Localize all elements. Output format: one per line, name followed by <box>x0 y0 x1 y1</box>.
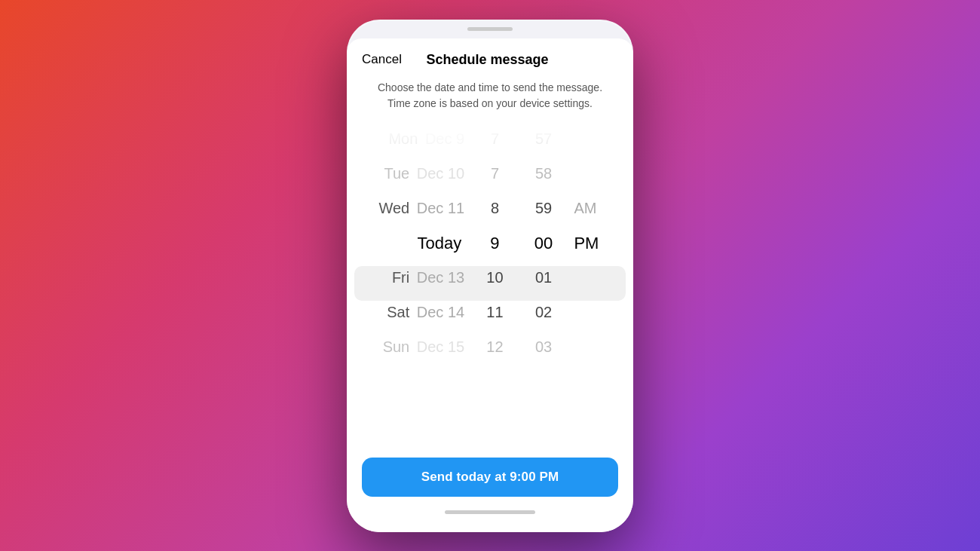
send-button-area: Send today at 9:00 PM <box>347 445 633 504</box>
day-name-sun: Sun <box>383 338 414 355</box>
day-name-wed: Wed <box>378 200 413 216</box>
day-date-fri: Dec 13 <box>417 269 464 286</box>
col-day-mon: Mon Dec 9 <box>357 130 470 148</box>
day-name-mon: Mon <box>388 130 418 147</box>
picker-row-sat[interactable]: Sat Dec 14 11 02 <box>357 295 623 330</box>
picker-fade-bottom <box>347 400 633 445</box>
day-date-wed: Dec 11 <box>417 200 464 216</box>
modal-sheet: Cancel Schedule message Choose the date … <box>347 38 633 532</box>
col-hour-mon: 7 <box>470 130 519 148</box>
col-min-wed: 59 <box>519 200 568 217</box>
day-name-sat: Sat <box>387 304 414 320</box>
home-indicator <box>445 510 535 514</box>
phone-frame: Cancel Schedule message Choose the date … <box>347 20 633 532</box>
col-min-sat: 02 <box>519 304 568 321</box>
day-date-mon: Dec 9 <box>425 130 464 147</box>
col-min-sun: 03 <box>519 338 568 356</box>
picker-container[interactable]: Mon Dec 9 7 57 Tue Dec 10 7 58 <box>347 122 633 445</box>
send-button[interactable]: Send today at 9:00 PM <box>362 458 618 497</box>
modal-header: Cancel Schedule message <box>347 38 633 75</box>
col-hour-sun: 12 <box>470 338 519 356</box>
cancel-button[interactable]: Cancel <box>362 52 402 67</box>
day-date-sat: Dec 14 <box>417 304 464 320</box>
picker-rows: Mon Dec 9 7 57 Tue Dec 10 7 58 <box>347 122 633 365</box>
day-name-today: Today <box>417 234 461 253</box>
day-name-tue: Tue <box>384 165 414 182</box>
col-min-today: 00 <box>519 234 568 253</box>
col-hour-wed: 8 <box>470 200 519 217</box>
col-hour-today: 9 <box>470 234 519 253</box>
day-date-tue: Dec 10 <box>417 165 464 182</box>
col-ampm-today: PM <box>568 234 623 253</box>
day-name-fri: Fri <box>392 269 414 286</box>
col-day-sat: Sat Dec 14 <box>357 304 470 321</box>
picker-row-fri[interactable]: Fri Dec 13 10 01 <box>357 261 623 295</box>
col-hour-sat: 11 <box>470 304 519 321</box>
col-day-fri: Fri Dec 13 <box>357 269 470 286</box>
col-hour-tue: 7 <box>470 165 519 182</box>
picker-row-tue[interactable]: Tue Dec 10 7 58 <box>357 157 623 191</box>
modal-subtitle: Choose the date and time to send the mes… <box>347 75 633 122</box>
col-min-fri: 01 <box>519 269 568 286</box>
col-day-today: Today <box>357 234 470 253</box>
col-ampm-wed: AM <box>568 200 623 217</box>
modal-title: Schedule message <box>402 52 573 68</box>
day-date-sun: Dec 15 <box>417 338 464 355</box>
col-day-tue: Tue Dec 10 <box>357 165 470 182</box>
picker-row-mon[interactable]: Mon Dec 9 7 57 <box>357 122 623 157</box>
picker-row-sun[interactable]: Sun Dec 15 12 03 <box>357 330 623 365</box>
col-min-tue: 58 <box>519 165 568 182</box>
col-day-sun: Sun Dec 15 <box>357 338 470 356</box>
picker-row-wed[interactable]: Wed Dec 11 8 59 AM <box>357 191 623 226</box>
phone-notch <box>467 27 513 31</box>
picker-row-today[interactable]: Today 9 00 PM <box>357 226 623 261</box>
col-hour-fri: 10 <box>470 269 519 286</box>
col-min-mon: 57 <box>519 130 568 148</box>
col-day-wed: Wed Dec 11 <box>357 200 470 217</box>
